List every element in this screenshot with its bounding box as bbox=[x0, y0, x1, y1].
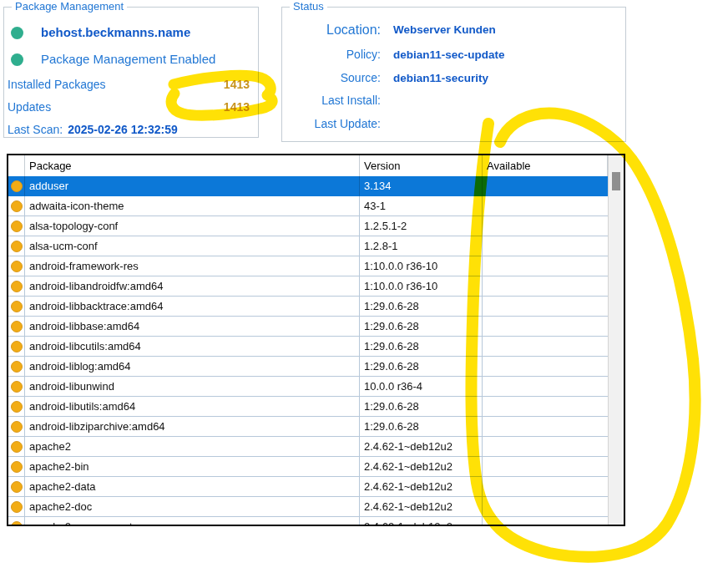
available-cell bbox=[483, 276, 608, 297]
available-cell bbox=[483, 477, 608, 497]
package-status-cell bbox=[8, 497, 25, 517]
package-status-cell bbox=[8, 457, 25, 477]
package-name-cell: adwaita-icon-theme bbox=[25, 196, 360, 216]
installed-packages-count: 1413 bbox=[224, 78, 250, 91]
status-ok-icon bbox=[11, 27, 23, 39]
package-name-cell: apache2-suexec-custom bbox=[25, 517, 360, 526]
update-pending-icon bbox=[11, 281, 23, 292]
available-cell bbox=[483, 517, 608, 526]
version-column-header[interactable]: Version bbox=[360, 155, 483, 176]
table-row[interactable]: alsa-topology-conf1.2.5.1-2 bbox=[8, 216, 608, 236]
update-pending-icon bbox=[11, 521, 23, 526]
version-cell: 1:29.0.6-28 bbox=[360, 337, 483, 357]
table-row[interactable]: adwaita-icon-theme43-1 bbox=[8, 196, 608, 216]
package-management-title: Package Management bbox=[12, 0, 127, 13]
package-status-cell bbox=[8, 176, 25, 196]
version-cell: 1:10.0.0 r36-10 bbox=[360, 276, 483, 297]
package-name-cell: android-liblog:amd64 bbox=[25, 357, 360, 377]
last-scan-row: Last Scan:2025-02-26 12:32:59 bbox=[8, 123, 253, 136]
version-cell: 2.4.62-1~deb12u2 bbox=[360, 457, 483, 477]
package-name-cell: android-libbase:amd64 bbox=[25, 317, 360, 337]
status-groupbox: Status Location: Webserver Kunden Policy… bbox=[281, 7, 626, 142]
update-pending-icon bbox=[11, 241, 23, 252]
available-cell bbox=[483, 397, 608, 417]
status-column-header[interactable] bbox=[8, 155, 25, 176]
table-row[interactable]: apache2-doc2.4.62-1~deb12u2 bbox=[8, 497, 608, 517]
installed-packages-label: Installed Packages bbox=[8, 78, 106, 91]
package-status-cell bbox=[8, 317, 25, 337]
status-ok-icon bbox=[11, 53, 23, 66]
table-row[interactable]: android-framework-res1:10.0.0 r36-10 bbox=[8, 256, 608, 276]
table-row[interactable]: apache2-data2.4.62-1~deb12u2 bbox=[8, 477, 608, 497]
table-body: adduser3.134adwaita-icon-theme43-1alsa-t… bbox=[8, 176, 608, 526]
package-management-groupbox: Package Management behost.beckmanns.name… bbox=[3, 7, 259, 138]
available-cell bbox=[483, 297, 608, 317]
table-row[interactable]: android-libbase:amd641:29.0.6-28 bbox=[8, 317, 608, 337]
table-row[interactable]: apache2-bin2.4.62-1~deb12u2 bbox=[8, 457, 608, 477]
update-pending-icon bbox=[11, 361, 23, 373]
package-status-cell bbox=[8, 517, 25, 526]
update-pending-icon bbox=[11, 301, 23, 312]
package-name-cell: android-framework-res bbox=[25, 256, 360, 276]
version-cell: 2.4.62-1~deb12u2 bbox=[360, 477, 483, 497]
version-cell: 1:29.0.6-28 bbox=[360, 397, 483, 417]
scrollbar-thumb[interactable] bbox=[612, 172, 620, 190]
version-cell: 1:10.0.0 r36-10 bbox=[360, 256, 483, 276]
update-pending-icon bbox=[11, 441, 23, 453]
package-name-cell: apache2-doc bbox=[25, 497, 360, 517]
version-cell: 1:29.0.6-28 bbox=[360, 297, 483, 317]
table-row[interactable]: android-libutils:amd641:29.0.6-28 bbox=[8, 397, 608, 417]
update-pending-icon bbox=[11, 461, 23, 473]
available-cell bbox=[483, 377, 608, 397]
version-cell: 2.4.62-1~deb12u2 bbox=[360, 497, 483, 517]
version-cell: 1.2.8-1 bbox=[360, 236, 483, 256]
update-pending-icon bbox=[11, 481, 23, 493]
update-pending-icon bbox=[11, 180, 23, 192]
last-install-label: Last Install: bbox=[282, 94, 381, 107]
package-status-cell bbox=[8, 196, 25, 216]
table-row[interactable]: android-liblog:amd641:29.0.6-28 bbox=[8, 357, 608, 377]
table-row[interactable]: android-libcutils:amd641:29.0.6-28 bbox=[8, 337, 608, 357]
available-cell bbox=[483, 357, 608, 377]
version-cell: 1:29.0.6-28 bbox=[360, 317, 483, 337]
available-cell bbox=[483, 457, 608, 477]
package-name-cell: android-libziparchive:amd64 bbox=[25, 417, 360, 437]
table-row[interactable]: adduser3.134 bbox=[8, 176, 608, 196]
update-pending-icon bbox=[11, 341, 23, 352]
table-row[interactable]: android-libziparchive:amd641:29.0.6-28 bbox=[8, 417, 608, 437]
updates-count: 1413 bbox=[224, 100, 250, 114]
table-row[interactable]: apache22.4.62-1~deb12u2 bbox=[8, 437, 608, 457]
available-column-header[interactable]: Available bbox=[483, 155, 608, 176]
hostname-label: behost.beckmanns.name bbox=[41, 25, 190, 39]
package-name-cell: alsa-ucm-conf bbox=[25, 236, 360, 256]
package-name-cell: android-libunwind bbox=[25, 377, 360, 397]
table-row[interactable]: android-libunwind10.0.0 r36-4 bbox=[8, 377, 608, 397]
vertical-scrollbar[interactable] bbox=[608, 155, 624, 525]
package-status-cell bbox=[8, 397, 25, 417]
package-name-cell: android-libbacktrace:amd64 bbox=[25, 297, 360, 317]
table-row[interactable]: android-libbacktrace:amd641:29.0.6-28 bbox=[8, 297, 608, 317]
package-status-cell bbox=[8, 417, 25, 437]
table-row[interactable]: alsa-ucm-conf1.2.8-1 bbox=[8, 236, 608, 256]
last-scan-value: 2025-02-26 12:32:59 bbox=[68, 123, 178, 136]
update-pending-icon bbox=[11, 501, 23, 513]
table-row[interactable]: android-libandroidfw:amd641:10.0.0 r36-1… bbox=[8, 276, 608, 297]
package-name-cell: adduser bbox=[25, 176, 360, 196]
table-row[interactable]: apache2-suexec-custom2.4.62-1~deb12u2 bbox=[8, 517, 608, 526]
available-cell bbox=[483, 497, 608, 517]
updates-row: Updates 1413 bbox=[8, 100, 253, 114]
update-pending-icon bbox=[11, 200, 23, 212]
package-status-cell bbox=[8, 216, 25, 236]
update-pending-icon bbox=[11, 221, 23, 232]
version-cell: 2.4.62-1~deb12u2 bbox=[360, 437, 483, 457]
location-value: Webserver Kunden bbox=[393, 23, 496, 36]
pm-enabled-label: Package Management Enabled bbox=[41, 52, 215, 66]
update-pending-icon bbox=[11, 401, 23, 413]
available-cell bbox=[483, 236, 608, 256]
package-table: Package Version Available adduser3.134ad… bbox=[7, 154, 625, 526]
update-pending-icon bbox=[11, 421, 23, 433]
version-cell: 10.0.0 r36-4 bbox=[360, 377, 483, 397]
updates-label: Updates bbox=[8, 100, 51, 114]
source-label: Source: bbox=[282, 71, 381, 84]
package-column-header[interactable]: Package bbox=[25, 155, 360, 176]
